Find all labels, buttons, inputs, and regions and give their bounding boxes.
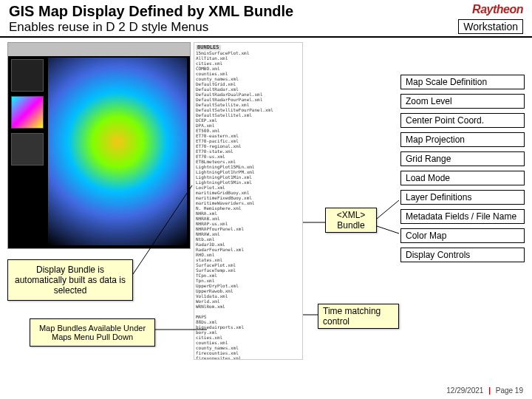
box-color-map: Color Map (400, 228, 525, 243)
box-grid-range: Grid Range (400, 151, 525, 166)
svg-line-4 (377, 226, 399, 233)
slide-footer: 12/29/2021 | Page 19 (446, 386, 523, 395)
map-bundles-callout: Map Bundles Available Under Maps Menu Pu… (30, 318, 155, 347)
property-boxes-column: Map Scale Definition Zoom Level Center P… (400, 75, 525, 262)
xml-bundle-line1: <XML> (330, 210, 372, 220)
gis-map-screenshot (7, 42, 191, 249)
xml-bundle-callout: <XML> Bundle (325, 208, 377, 233)
xml-file-listing: BUNDLES 15minSurfacePlot.xml AllTitan.xm… (194, 42, 303, 360)
xml-file-names: 15minSurfacePlot.xml AllTitan.xml cities… (196, 50, 273, 360)
map-thumbnail-3 (11, 133, 44, 166)
footer-date: 12/29/2021 (446, 386, 483, 395)
slide-subtitle: Enables reuse in D 2 D style Menus (9, 20, 523, 35)
map-grid-overlay (48, 58, 187, 245)
xml-bundle-line2: Bundle (330, 220, 372, 231)
time-matching-callout: Time matching control (318, 304, 399, 329)
slide-content: BUNDLES 15minSurfacePlot.xml AllTitan.xm… (0, 38, 532, 378)
workstation-label: Workstation (458, 19, 523, 34)
footer-page: Page 19 (496, 386, 523, 395)
map-thumbnail-1 (11, 59, 44, 92)
box-load-mode: Load Mode (400, 171, 525, 185)
box-map-projection: Map Projection (400, 132, 525, 147)
box-display-controls: Display Controls (400, 248, 525, 262)
radar-map-display (48, 58, 187, 245)
box-metadata-fields: Metadata Fields / File Name (400, 209, 525, 224)
xml-list-header: BUNDLES (196, 45, 221, 50)
slide-header: GIS Map Display Defined by XML Bundle En… (0, 0, 532, 38)
footer-separator: | (488, 386, 491, 395)
map-toolbar (8, 43, 190, 56)
map-thumbnail-2 (11, 96, 44, 129)
box-zoom-level: Zoom Level (400, 94, 525, 109)
company-logo: Raytheon (472, 3, 523, 16)
box-layer-definitions: Layer Definitions (400, 190, 525, 205)
svg-line-3 (377, 200, 399, 219)
display-bundle-callout: Display Bundle is automatically built as… (7, 259, 133, 301)
box-map-scale: Map Scale Definition (400, 75, 525, 89)
slide-title: GIS Map Display Defined by XML Bundle (9, 3, 523, 20)
time-matching-line2: control (323, 316, 394, 327)
time-matching-line1: Time matching (323, 306, 394, 316)
box-center-point: Center Point Coord. (400, 113, 525, 128)
